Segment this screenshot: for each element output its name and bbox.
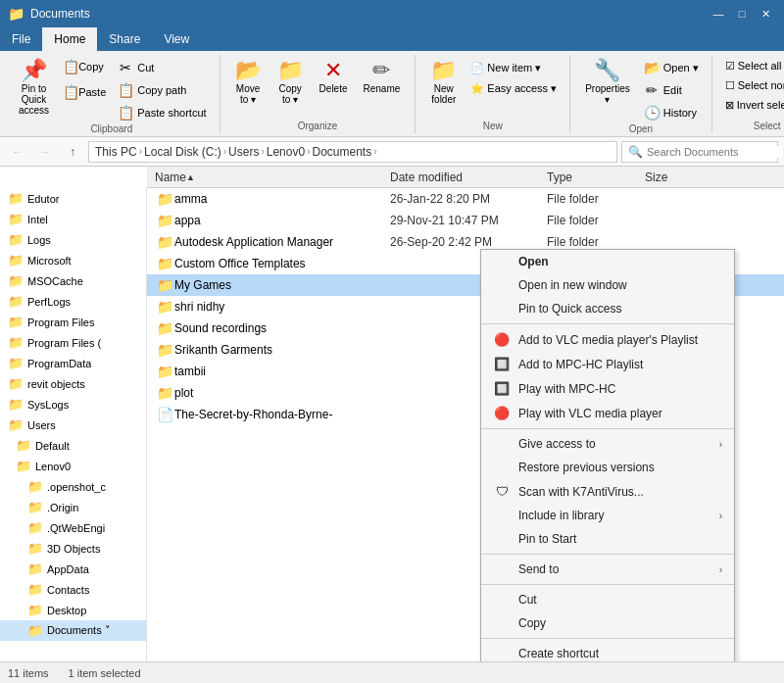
col-size[interactable]: Size — [637, 167, 715, 187]
new-folder-button[interactable]: 📁 Newfolder — [423, 55, 464, 110]
file-name: appa — [174, 214, 390, 227]
paste-button[interactable]: 📋 Paste — [58, 80, 111, 104]
sidebar-item-programdata[interactable]: 📁ProgramData — [0, 353, 146, 373]
maximize-button[interactable]: □ — [731, 5, 753, 23]
sidebar-item-msocache[interactable]: 📁MSOCache — [0, 270, 146, 291]
ctx-include-library[interactable]: Include in library › — [481, 504, 734, 527]
history-icon: 🕒 — [644, 105, 660, 121]
edit-button[interactable]: ✏ Edit — [639, 79, 704, 101]
ctx-pin-start-label: Pin to Start — [518, 532, 576, 546]
up-button[interactable]: ↑ — [61, 141, 84, 163]
sidebar-item-lenov0[interactable]: 📁Lenov0 — [0, 456, 146, 476]
address-path[interactable]: This PC › Local Disk (C:) › Users › Leno… — [88, 141, 617, 163]
search-box[interactable]: 🔍 — [621, 141, 778, 163]
ctx-play-vlc[interactable]: 🔴 Play with VLC media player — [481, 401, 734, 425]
close-button[interactable]: ✕ — [755, 5, 776, 23]
ctx-send-to[interactable]: Send to › — [481, 558, 734, 581]
open-button[interactable]: 📂 Open ▾ — [639, 57, 704, 78]
forward-button[interactable]: → — [33, 141, 57, 163]
new-buttons: 📁 Newfolder 📄 New item ▾ ⭐ Easy access ▾ — [423, 55, 562, 121]
sidebar-item-microsoft[interactable]: 📁Microsoft — [0, 250, 146, 270]
file-name: Autodesk Application Manager — [174, 235, 390, 249]
ctx-pin-start[interactable]: Pin to Start — [481, 527, 734, 551]
sidebar-item-syslogs[interactable]: 📁SysLogs — [0, 394, 146, 415]
rename-button[interactable]: ✏ Rename — [357, 55, 408, 99]
ctx-give-access[interactable]: Give access to › — [481, 432, 734, 456]
sidebar-item-default[interactable]: 📁Default — [0, 435, 146, 456]
sidebar-item-logs[interactable]: 📁Logs — [0, 229, 146, 250]
sidebar-item-revitobjects[interactable]: 📁revit objects — [0, 373, 146, 394]
history-button[interactable]: 🕒 History — [639, 102, 704, 123]
path-pc[interactable]: This PC — [95, 145, 137, 159]
main-content: 📁Edutor 📁Intel 📁Logs 📁Microsoft 📁MSOCach… — [0, 188, 784, 661]
folder-icon: 📁 — [8, 356, 24, 370]
path-disk[interactable]: Local Disk (C:) — [144, 145, 221, 159]
sidebar-item-desktop[interactable]: 📁Desktop — [0, 600, 146, 620]
sidebar-item-perflogs[interactable]: 📁PerfLogs — [0, 291, 146, 312]
ctx-open-new-window[interactable]: Open in new window — [481, 273, 734, 297]
ctx-pin-quick-access[interactable]: Pin to Quick access — [481, 297, 734, 320]
tab-home[interactable]: Home — [42, 27, 97, 51]
back-button[interactable]: ← — [6, 141, 29, 163]
ctx-cut[interactable]: Cut — [481, 588, 734, 611]
folder-icon: 📁 — [27, 541, 43, 556]
copy-path-button[interactable]: 📋 Copy path — [113, 79, 211, 101]
delete-button[interactable]: ✕ Delete — [313, 55, 355, 99]
folder-icon: 📁 — [27, 561, 43, 576]
sidebar-item-qtwebengine[interactable]: 📁.QtWebEngi — [0, 517, 146, 538]
copy-button[interactable]: 📋 Copy — [58, 55, 111, 78]
file-item-amma[interactable]: 📁 amma 26-Jan-22 8:20 PM File folder — [147, 188, 784, 210]
ctx-open-label: Open — [518, 255, 549, 268]
paste-shortcut-button[interactable]: 📋 Paste shortcut — [113, 102, 211, 123]
paste-shortcut-icon: 📋 — [118, 105, 133, 121]
open-label: Open — [629, 123, 653, 136]
path-sep3: › — [261, 146, 264, 157]
path-lenov0[interactable]: Lenov0 — [267, 145, 305, 159]
sidebar-item-contacts[interactable]: 📁Contacts — [0, 579, 146, 600]
move-to-button[interactable]: 📂 Moveto ▾ — [228, 55, 269, 110]
easy-access-button[interactable]: ⭐ Easy access ▾ — [466, 79, 562, 98]
col-date[interactable]: Date modified — [382, 167, 539, 187]
pin-quick-access-button[interactable]: 📌 Pin to Quickaccess — [12, 55, 56, 121]
sidebar-item-openshot[interactable]: 📁.openshot_c — [0, 476, 146, 497]
cut-button[interactable]: ✂ Cut — [113, 57, 211, 78]
file-name: Sound recordings — [174, 321, 390, 335]
col-name[interactable]: Name ▲ — [147, 167, 382, 187]
sidebar-item-programfiles86[interactable]: 📁Program Files ( — [0, 332, 146, 353]
ctx-mpc-playlist[interactable]: 🔲 Add to MPC-HC Playlist — [481, 352, 734, 376]
file-item-appa[interactable]: 📁 appa 29-Nov-21 10:47 PM File folder — [147, 210, 784, 231]
ctx-copy[interactable]: Copy — [481, 611, 734, 635]
tab-share[interactable]: Share — [97, 27, 152, 51]
sidebar-item-edutor[interactable]: 📁Edutor — [0, 188, 146, 209]
sidebar-item-origin[interactable]: 📁.Origin — [0, 497, 146, 517]
ctx-create-shortcut[interactable]: Create shortcut — [481, 642, 734, 661]
sidebar-item-users[interactable]: 📁Users — [0, 415, 146, 435]
sidebar-item-intel[interactable]: 📁Intel — [0, 209, 146, 229]
ctx-restore-versions[interactable]: Restore previous versions — [481, 456, 734, 479]
folder-icon: 📁 — [27, 582, 43, 597]
ctx-vlc-playlist[interactable]: 🔴 Add to VLC media player's Playlist — [481, 327, 734, 352]
sidebar-item-programfiles[interactable]: 📁Program Files — [0, 312, 146, 332]
new-item-button[interactable]: 📄 New item ▾ — [466, 59, 562, 77]
ctx-play-mpc[interactable]: 🔲 Play with MPC-HC — [481, 376, 734, 401]
ctx-open[interactable]: Open — [481, 250, 734, 273]
invert-selection-button[interactable]: ⊠ Invert selection — [720, 96, 784, 115]
copy-to-button[interactable]: 📁 Copyto ▾ — [270, 55, 311, 110]
select-all-button[interactable]: ☑ Select all — [720, 57, 784, 75]
select-none-button[interactable]: ☐ Select none — [720, 76, 784, 95]
search-input[interactable] — [647, 146, 782, 158]
tab-file[interactable]: File — [0, 27, 42, 51]
minimize-button[interactable]: — — [708, 5, 729, 23]
path-documents[interactable]: Documents — [312, 145, 371, 159]
ctx-antivirus[interactable]: 🛡 Scan with K7AntiVirus... — [481, 479, 734, 504]
move-icon: 📂 — [235, 60, 262, 81]
invert-label: ⊠ Invert selection — [725, 99, 784, 112]
sidebar-item-appdata[interactable]: 📁AppData — [0, 559, 146, 579]
tab-view[interactable]: View — [152, 27, 201, 51]
sidebar-item-documents[interactable]: 📁Documents ˅ — [0, 620, 146, 641]
sidebar-item-3dobjects[interactable]: 📁3D Objects — [0, 538, 146, 559]
select-all-label: ☑ Select all — [725, 60, 782, 73]
path-users[interactable]: Users — [228, 145, 259, 159]
col-type[interactable]: Type — [539, 167, 637, 187]
properties-button[interactable]: 🔧 Properties▾ — [578, 55, 637, 110]
